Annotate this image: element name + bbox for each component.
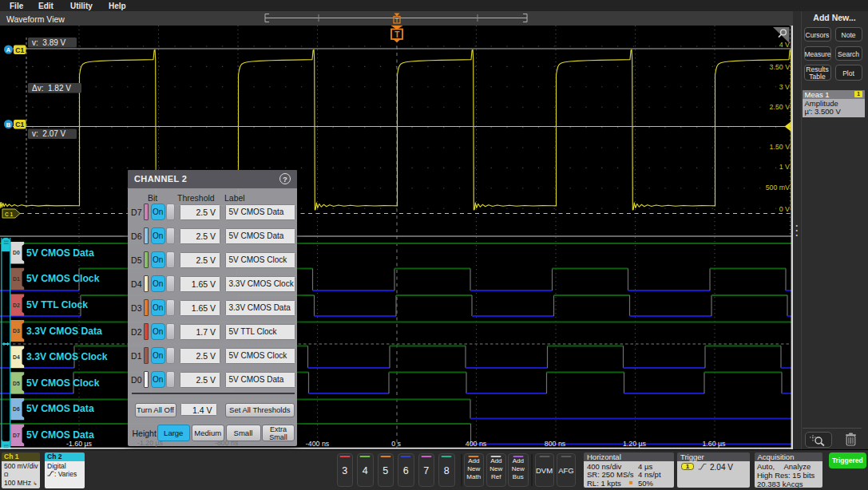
svg-text:D6: D6 xyxy=(13,406,20,412)
svg-text:5V CMOS Data: 5V CMOS Data xyxy=(26,403,94,414)
svg-text:5V CMOS Data: 5V CMOS Data xyxy=(26,247,94,259)
svg-text:v: 3.89 V: v: 3.89 V xyxy=(32,38,66,47)
svg-text:5V CMOS Clock: 5V CMOS Clock xyxy=(26,273,100,284)
svg-text:800 ns: 800 ns xyxy=(545,440,566,448)
svg-text:D7: D7 xyxy=(13,433,20,438)
svg-text:0 s: 0 s xyxy=(391,440,401,448)
svg-text:1.20 µs: 1.20 µs xyxy=(623,440,647,448)
svg-text:C1: C1 xyxy=(15,46,24,54)
svg-text:3.3V CMOS Clock: 3.3V CMOS Clock xyxy=(26,351,108,362)
svg-text:5V CMOS Data: 5V CMOS Data xyxy=(26,429,94,441)
svg-text:D4: D4 xyxy=(13,354,20,360)
svg-text:4 V: 4 V xyxy=(779,41,790,49)
svg-text:D5: D5 xyxy=(13,381,20,386)
svg-text:-400 ns: -400 ns xyxy=(306,440,330,448)
svg-text:1.60 µs: 1.60 µs xyxy=(702,440,726,448)
svg-text:D1: D1 xyxy=(13,276,20,282)
svg-text:5V CMOS Clock: 5V CMOS Clock xyxy=(26,377,100,389)
svg-text:5V TTL Clock: 5V TTL Clock xyxy=(26,299,88,310)
svg-text:D0: D0 xyxy=(13,250,20,255)
svg-text:C 1: C 1 xyxy=(5,211,14,217)
svg-text:3.50 V: 3.50 V xyxy=(770,63,791,71)
svg-text:D2: D2 xyxy=(13,302,20,308)
svg-text:v: 2.07 V: v: 2.07 V xyxy=(32,129,66,138)
svg-text:T: T xyxy=(394,30,399,39)
svg-text:400 ns: 400 ns xyxy=(466,440,487,448)
svg-text:3.3V CMOS Data: 3.3V CMOS Data xyxy=(26,326,102,337)
svg-text:0 V: 0 V xyxy=(779,205,790,213)
svg-text:D3: D3 xyxy=(13,328,20,334)
svg-text:-1.60 µs: -1.60 µs xyxy=(66,440,93,448)
svg-text:A: A xyxy=(6,46,11,53)
svg-text:Δv: 1.82 V: Δv: 1.82 V xyxy=(32,84,71,93)
svg-text:1 V: 1 V xyxy=(779,163,790,171)
svg-text:1.50 V: 1.50 V xyxy=(770,143,791,151)
svg-text:500 mV: 500 mV xyxy=(766,184,790,192)
svg-text:3 V: 3 V xyxy=(779,83,790,91)
svg-text:C1: C1 xyxy=(15,121,24,128)
svg-text:B: B xyxy=(6,121,11,128)
svg-text:2.50 V: 2.50 V xyxy=(770,103,791,111)
svg-text:T: T xyxy=(395,18,399,23)
